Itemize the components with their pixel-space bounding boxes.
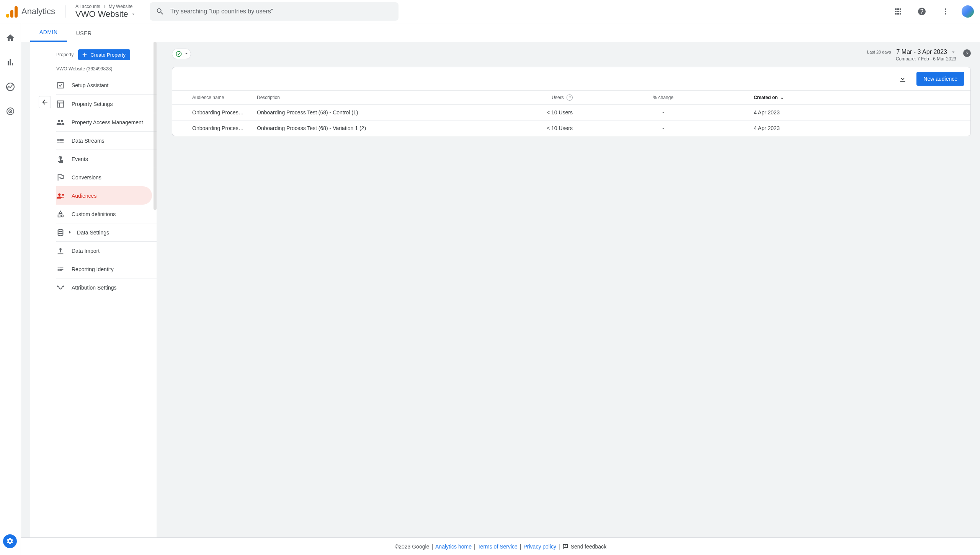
- footer-home-link[interactable]: Analytics home: [435, 544, 472, 550]
- footer-tos-link[interactable]: Terms of Service: [478, 544, 518, 550]
- breadcrumb: All accounts My Website: [75, 4, 136, 9]
- sidebar-item-label: Attribution Settings: [72, 285, 117, 291]
- sidebar-item-label: Property Settings: [72, 101, 113, 107]
- col-users-hint-icon[interactable]: ?: [567, 94, 573, 101]
- sidebar-item-label: Audiences: [72, 193, 96, 199]
- help-button[interactable]: [914, 4, 929, 19]
- sidebar-item-conversions[interactable]: Conversions: [56, 168, 157, 186]
- send-feedback-button[interactable]: Send feedback: [562, 544, 606, 550]
- audiences-card: New audience Audience name Description U…: [172, 67, 971, 136]
- target-icon: [6, 107, 15, 116]
- apps-grid-icon: [893, 7, 903, 16]
- property-section-label: Property: [56, 52, 74, 57]
- sidebar-item-audiences[interactable]: Audiences: [56, 186, 152, 205]
- svg-point-0: [7, 83, 14, 91]
- search-field[interactable]: [150, 2, 399, 21]
- table-row[interactable]: Onboarding Process Test (68) - … Onboard…: [172, 120, 970, 136]
- more-button[interactable]: [938, 4, 953, 19]
- home-icon: [6, 33, 15, 42]
- expand-icon: [68, 229, 72, 236]
- cell-created: 4 Apr 2023: [748, 105, 970, 120]
- identity-icon: [56, 265, 65, 273]
- cell-change: -: [579, 105, 748, 120]
- cell-users: < 10 Users: [381, 120, 579, 136]
- sidebar-item-attribution-settings[interactable]: Attribution Settings: [56, 278, 157, 296]
- cell-desc: Onboarding Process Test (68) - Variation…: [251, 120, 381, 136]
- caret-down-icon: [950, 49, 956, 55]
- chevron-right-icon: [102, 4, 107, 9]
- cell-name: Onboarding Process Test (68) - …: [172, 120, 251, 136]
- logo-block[interactable]: Analytics: [3, 5, 55, 18]
- create-property-button[interactable]: Create Property: [78, 49, 130, 60]
- sidebar-item-label: Setup Assistant: [72, 82, 109, 88]
- sidebar-item-label: Conversions: [72, 174, 101, 181]
- col-users[interactable]: Users ?: [381, 91, 579, 105]
- sidebar-item-label: Data Import: [72, 248, 100, 254]
- rail-home[interactable]: [3, 30, 18, 46]
- caret-down-icon: [131, 11, 136, 17]
- sidebar-item-label: Data Settings: [77, 229, 109, 236]
- apps-button[interactable]: [890, 4, 906, 19]
- user-avatar[interactable]: [962, 5, 974, 18]
- feedback-icon: [562, 544, 568, 550]
- sidebar-item-events[interactable]: Events: [56, 150, 157, 168]
- download-icon: [898, 75, 907, 83]
- cell-name: Onboarding Process Test (68) - …: [172, 105, 251, 120]
- floating-settings-button[interactable]: [3, 534, 17, 548]
- footer-copyright: ©2023 Google: [395, 544, 430, 550]
- svg-point-8: [176, 51, 181, 57]
- cell-change: -: [579, 120, 748, 136]
- svg-point-7: [63, 285, 64, 287]
- date-range-picker[interactable]: Last 28 days 7 Mar - 3 Apr 2023 Compare:…: [865, 49, 956, 62]
- account-picker[interactable]: All accounts My Website VWO Website: [75, 4, 136, 20]
- tab-admin[interactable]: ADMIN: [30, 24, 67, 42]
- tab-user[interactable]: USER: [67, 25, 101, 42]
- scrollbar[interactable]: [154, 42, 157, 210]
- sidebar-item-data-settings[interactable]: Data Settings: [56, 223, 157, 241]
- table-row[interactable]: Onboarding Process Test (68) - … Onboard…: [172, 105, 970, 120]
- sidebar-item-data-import[interactable]: Data Import: [56, 241, 157, 260]
- gear-icon: [6, 537, 14, 545]
- app-header: Analytics All accounts My Website VWO We…: [0, 0, 980, 23]
- cell-users: < 10 Users: [381, 105, 579, 120]
- sidebar-item-reporting-identity[interactable]: Reporting Identity: [56, 260, 157, 278]
- content-main: Last 28 days 7 Mar - 3 Apr 2023 Compare:…: [157, 42, 980, 537]
- download-button[interactable]: [896, 72, 910, 86]
- property-id-label: VWO Website (362499828): [56, 63, 157, 76]
- status-dropdown[interactable]: [172, 49, 191, 59]
- col-audience-name[interactable]: Audience name: [172, 91, 251, 105]
- rail-reports[interactable]: [3, 55, 18, 70]
- divider: [65, 5, 65, 18]
- sidebar-item-access-management[interactable]: Property Access Management: [56, 113, 157, 131]
- footer-privacy-link[interactable]: Privacy policy: [523, 544, 556, 550]
- sidebar-item-label: Events: [72, 156, 88, 162]
- more-vert-icon: [941, 7, 950, 16]
- sidebar-item-property-settings[interactable]: Property Settings: [56, 94, 157, 113]
- panel-help-button[interactable]: ?: [963, 49, 971, 57]
- sidebar-item-data-streams[interactable]: Data Streams: [56, 131, 157, 150]
- rail-explore[interactable]: [3, 79, 18, 94]
- back-button[interactable]: [39, 96, 51, 108]
- col-description[interactable]: Description: [251, 91, 381, 105]
- date-compare-label: Compare: 7 Feb - 6 Mar 2023: [865, 56, 956, 62]
- sidebar-item-setup-assistant[interactable]: Setup Assistant: [56, 76, 157, 94]
- col-change[interactable]: % change: [579, 91, 748, 105]
- nav-rail: [0, 23, 21, 555]
- arrow-back-icon: [41, 98, 49, 106]
- search-input[interactable]: [170, 8, 392, 15]
- search-icon: [156, 7, 164, 16]
- sidebar-item-label: Data Streams: [72, 138, 105, 144]
- plus-icon: [81, 51, 88, 58]
- col-created[interactable]: Created on: [748, 91, 970, 105]
- sidebar-item-custom-definitions[interactable]: Custom definitions: [56, 205, 157, 223]
- arrow-down-icon: [779, 95, 785, 100]
- footer: ©2023 Google | Analytics home | Terms of…: [21, 537, 980, 555]
- flag-icon: [56, 173, 65, 182]
- database-icon: [56, 228, 65, 237]
- rail-advertising[interactable]: [3, 104, 18, 119]
- new-audience-button[interactable]: New audience: [916, 72, 964, 86]
- feedback-label: Send feedback: [571, 544, 606, 550]
- stream-icon: [56, 137, 65, 145]
- col-created-label: Created on: [754, 95, 778, 100]
- breadcrumb-account: All accounts: [75, 4, 100, 9]
